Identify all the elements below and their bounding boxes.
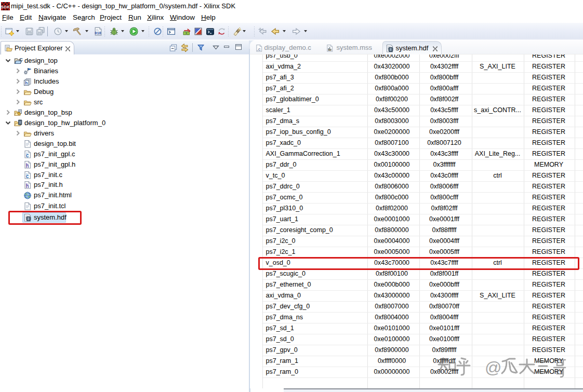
- svg-text:SDK: SDK: [1, 5, 10, 9]
- svg-text:@: @: [485, 358, 501, 377]
